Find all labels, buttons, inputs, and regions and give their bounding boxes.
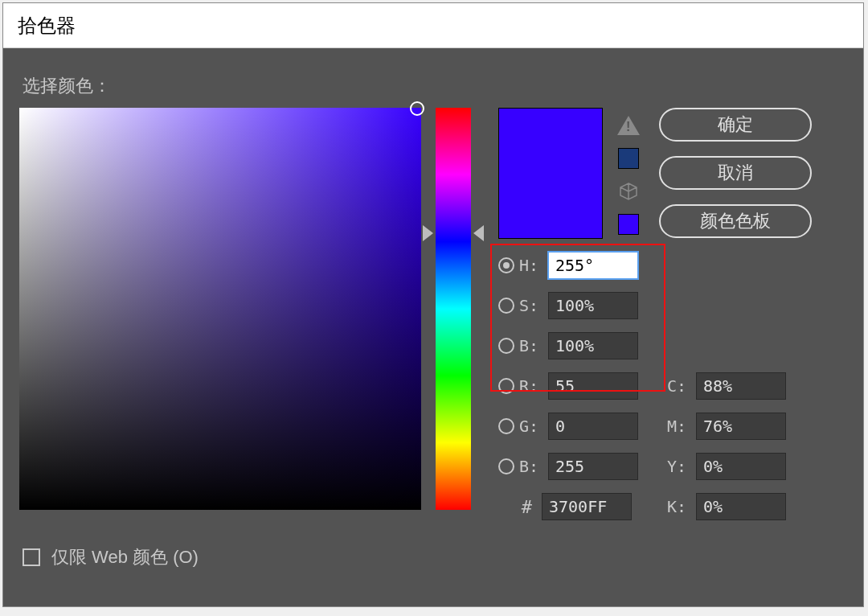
hex-label: #	[498, 497, 537, 517]
b-rgb-radio[interactable]	[498, 458, 514, 474]
b-hsb-row: B:	[498, 326, 638, 366]
fields-area: H: S: B:	[498, 245, 812, 527]
main-row: 确定 取消 颜色色板 H:	[19, 108, 863, 527]
indicator-column	[617, 108, 640, 235]
web-only-row: 仅限 Web 颜色 (O)	[23, 545, 199, 569]
g-input[interactable]	[548, 413, 638, 440]
r-input[interactable]	[548, 372, 638, 400]
r-row: R:	[498, 366, 638, 406]
right-panel: 确定 取消 颜色色板 H:	[498, 108, 812, 527]
k-label: K:	[667, 497, 691, 516]
b-hsb-input[interactable]	[548, 332, 638, 359]
websafe-warning-icon[interactable]	[619, 182, 638, 201]
h-row: H:	[498, 245, 638, 285]
right-fields-column: C: M: Y: K:	[667, 366, 786, 527]
hue-slider[interactable]	[436, 108, 471, 510]
s-input[interactable]	[548, 292, 638, 319]
s-radio[interactable]	[498, 298, 514, 314]
b-hsb-radio[interactable]	[498, 338, 514, 354]
gamut-warning-icon[interactable]	[617, 116, 640, 135]
current-color-swatch[interactable]	[499, 174, 602, 239]
h-label: H:	[519, 256, 543, 275]
swatches-button[interactable]: 颜色色板	[659, 204, 812, 238]
color-field-cursor	[410, 101, 424, 116]
g-radio[interactable]	[498, 418, 514, 434]
g-label: G:	[519, 417, 543, 436]
titlebar: 拾色器	[3, 3, 863, 48]
k-input[interactable]	[696, 493, 786, 520]
r-label: R:	[519, 376, 543, 396]
s-label: S:	[519, 296, 543, 315]
web-only-label: 仅限 Web 颜色 (O)	[51, 545, 199, 569]
color-field[interactable]	[19, 108, 421, 510]
c-row: C:	[667, 366, 786, 406]
color-preview	[498, 108, 603, 239]
y-label: Y:	[667, 457, 691, 476]
h-radio[interactable]	[498, 257, 514, 273]
y-row: Y:	[667, 446, 786, 487]
r-radio[interactable]	[498, 378, 514, 394]
hex-input[interactable]	[542, 493, 632, 520]
s-row: S:	[498, 285, 638, 326]
m-label: M:	[667, 417, 691, 436]
c-input[interactable]	[696, 372, 786, 400]
dialog-body: 选择颜色：	[3, 48, 863, 606]
m-input[interactable]	[696, 413, 786, 440]
web-only-checkbox[interactable]	[23, 548, 40, 566]
hue-slider-arrow-right[interactable]	[473, 225, 484, 241]
b-hsb-label: B:	[519, 336, 543, 355]
ok-button[interactable]: 确定	[659, 108, 812, 142]
new-color-swatch[interactable]	[499, 109, 602, 174]
y-input[interactable]	[696, 453, 786, 480]
cancel-button[interactable]: 取消	[659, 156, 812, 190]
c-label: C:	[667, 376, 691, 396]
hex-row: #	[498, 487, 638, 527]
k-row: K:	[667, 487, 786, 527]
window-title: 拾色器	[18, 13, 76, 39]
button-column: 确定 取消 颜色色板	[659, 108, 812, 238]
swatches-row: 确定 取消 颜色色板	[498, 108, 812, 239]
b-rgb-row: B:	[498, 446, 638, 487]
g-row: G:	[498, 406, 638, 446]
hue-section	[436, 108, 471, 510]
color-picker-window: 拾色器 选择颜色：	[2, 2, 864, 607]
b-rgb-label: B:	[519, 457, 543, 476]
two-col-fields: H: S: B:	[498, 245, 812, 527]
m-row: M:	[667, 406, 786, 446]
h-input[interactable]	[548, 252, 638, 279]
b-rgb-input[interactable]	[548, 453, 638, 480]
hue-slider-arrow-left[interactable]	[423, 225, 433, 241]
websafe-swatch[interactable]	[618, 214, 639, 235]
prompt-label: 选择颜色：	[23, 74, 863, 98]
left-fields-column: H: S: B:	[498, 245, 638, 527]
gamut-safe-swatch[interactable]	[618, 148, 639, 169]
